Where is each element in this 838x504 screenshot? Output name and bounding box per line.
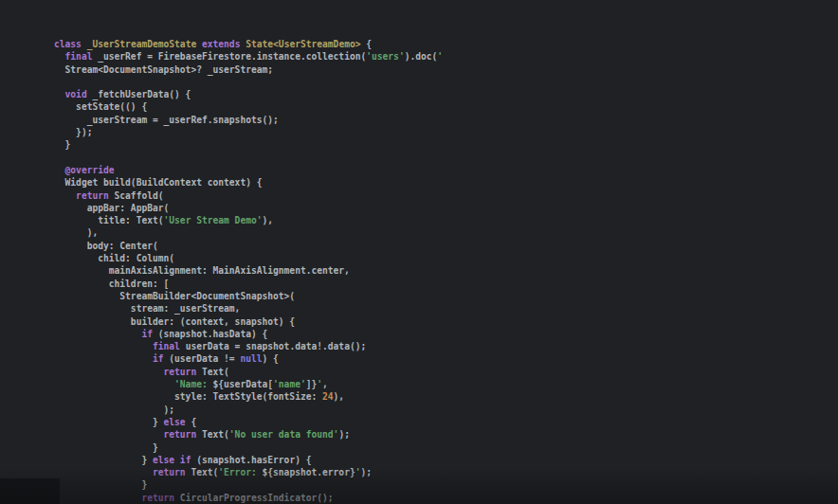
code-token-str: 'Error: <box>218 467 262 477</box>
code-token-def: StreamBuilder<DocumentSnapshot>( <box>54 291 295 301</box>
code-token-type: State<UserStreamDemo> <box>246 39 360 49</box>
code-token-def: }); <box>54 127 92 137</box>
code-area[interactable]: class _UserStreamDemoState extends State… <box>0 0 838 504</box>
code-line: return CircularProgressIndicator(); <box>54 492 838 504</box>
code-token-def: , <box>322 379 328 389</box>
code-line: mainAxisAlignment: MainAxisAlignment.cen… <box>54 264 838 277</box>
code-line: ); <box>54 404 838 416</box>
code-token-kw: return <box>54 467 186 477</box>
code-line: _userStream = _userRef.snapshots(); <box>54 114 838 126</box>
code-token-num: 24 <box>322 391 334 402</box>
code-token-kw: else <box>164 417 186 427</box>
code-token-def: ]} <box>306 379 318 389</box>
code-token-str: ' <box>437 51 443 62</box>
code-token-def: _fetchUserData() { <box>87 89 191 99</box>
code-token-def: _userStream = _userRef.snapshots(); <box>54 115 279 125</box>
code-token-kw: class <box>54 39 82 49</box>
code-token-def: ), <box>263 215 274 225</box>
code-token-kw: void <box>54 89 87 99</box>
code-token-def: children: [ <box>54 279 169 289</box>
code-token-def: Scaffold( <box>109 190 164 201</box>
code-token-def: } <box>54 479 147 490</box>
code-token-str: 'Name: <box>54 379 213 389</box>
code-token-def: (userData != <box>164 353 241 364</box>
code-line: final _userRef = FirebaseFirestore.insta… <box>54 50 838 63</box>
code-line: }); <box>54 126 838 138</box>
code-line: if (userData != null) { <box>54 352 838 365</box>
code-token-kw: extends <box>202 39 240 49</box>
code-token-null: null <box>240 353 262 364</box>
code-token-kw: return <box>54 190 109 201</box>
code-token-def: } <box>54 455 153 465</box>
code-line: title: Text('User Stream Demo'), <box>54 214 838 226</box>
code-token-type: _UserStreamDemoState <box>87 39 197 49</box>
code-token-def: Text( <box>186 467 219 477</box>
code-token-def: ), <box>334 391 345 402</box>
code-line: @override <box>54 164 838 176</box>
code-token-str: 'No user data found' <box>229 429 339 440</box>
code-line: builder: (context, snapshot) { <box>54 315 838 328</box>
code-token-str: 'users' <box>366 51 404 62</box>
code-token-def: style: TextStyle(fontSize: <box>54 391 322 402</box>
code-line: } <box>54 138 838 151</box>
code-token-def: (snapshot.hasError) { <box>191 455 311 465</box>
code-token-def: ); <box>54 405 174 415</box>
code-line: ), <box>54 226 838 239</box>
code-line: StreamBuilder<DocumentSnapshot>( <box>54 290 838 302</box>
code-token-def: Stream<DocumentSnapshot>? _userStream; <box>54 64 273 75</box>
code-line: return Scaffold( <box>54 189 838 202</box>
code-token-kw: return <box>54 367 196 377</box>
code-line: body: Center( <box>54 240 838 252</box>
code-token-str: 'User Stream Demo' <box>164 215 263 225</box>
code-line: } <box>54 478 838 491</box>
code-token-def: } <box>54 139 70 150</box>
code-line: Stream<DocumentSnapshot>? _userStream; <box>54 63 838 76</box>
code-token-def: (snapshot.hasData) { <box>153 329 267 339</box>
code-token-str: 'name' <box>273 379 306 389</box>
code-line: child: Column( <box>54 252 838 264</box>
code-line: 'Name: ${userData['name']}', <box>54 378 838 390</box>
code-token-def: mainAxisAlignment: MainAxisAlignment.cen… <box>54 265 350 276</box>
code-line: } else if (snapshot.hasError) { <box>54 454 838 466</box>
code-token-kw: final <box>54 341 180 351</box>
code-token-def: builder: (context, snapshot) { <box>54 316 295 327</box>
code-token-def: ).doc( <box>405 51 438 62</box>
code-token-def: } <box>54 417 164 427</box>
code-token-def: _userRef = FirebaseFirestore.instance.co… <box>92 51 366 62</box>
code-line: } else { <box>54 416 838 428</box>
code-token-def: Text( <box>196 429 229 440</box>
code-token-def: { <box>361 39 373 49</box>
code-token-def: Widget build(BuildContext context) { <box>54 177 263 188</box>
code-token-def: child: Column( <box>54 253 174 263</box>
code-token-def: } <box>54 442 158 453</box>
code-token-def: { <box>186 417 197 427</box>
code-token-def: userData = snapshot.data!.data(); <box>180 341 366 351</box>
code-line <box>54 152 838 164</box>
code-token-def: ); <box>338 429 350 440</box>
code-token-def: title: Text( <box>54 215 164 225</box>
code-token-kw: @override <box>54 165 115 175</box>
code-token-def: appBar: AppBar( <box>54 203 169 213</box>
code-token-def: Text( <box>196 367 229 377</box>
code-token-def: ) { <box>263 353 279 364</box>
code-token-def: ${userData[ <box>213 379 274 389</box>
code-token-kw: else <box>153 455 174 465</box>
code-line: setState(() { <box>54 100 838 113</box>
code-token-kw: return <box>54 493 174 503</box>
code-line: return Text('No user data found'); <box>54 428 838 441</box>
code-line: style: TextStyle(fontSize: 24), <box>54 390 838 403</box>
code-line: void _fetchUserData() { <box>54 88 838 100</box>
code-editor-screen: class _UserStreamDemoState extends State… <box>0 0 838 504</box>
code-line: return Text( <box>54 366 838 378</box>
code-token-kw: if <box>54 353 164 364</box>
code-line: stream: _userStream, <box>54 302 838 315</box>
code-token-kw: return <box>54 429 196 440</box>
code-token-kw: if <box>54 329 153 339</box>
code-line <box>54 76 838 88</box>
code-token-def: CircularProgressIndicator(); <box>174 493 334 503</box>
code-token-def: body: Center( <box>54 241 158 251</box>
code-token-def: ); <box>360 467 372 477</box>
code-token-def: stream: _userStream, <box>54 303 240 314</box>
code-token-def: ), <box>54 227 98 238</box>
code-line: appBar: AppBar( <box>54 202 838 214</box>
